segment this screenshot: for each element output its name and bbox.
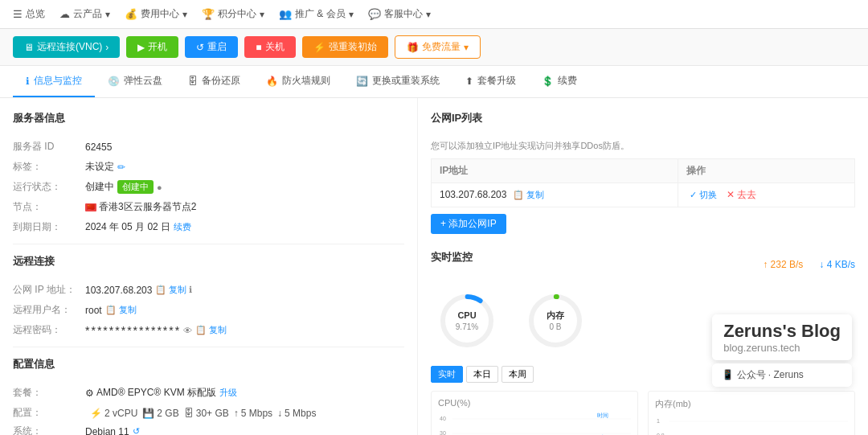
remote-pwd-label: 远程密码： bbox=[13, 323, 85, 337]
expire-label: 到期日期： bbox=[13, 220, 85, 234]
nav-billing[interactable]: 💰 费用中心 ▾ bbox=[125, 7, 187, 21]
nav-overview[interactable]: ☰ 总览 bbox=[13, 7, 45, 21]
tab-elastic-disk[interactable]: 💿 弹性云盘 bbox=[95, 66, 175, 97]
svg-text:9.71%: 9.71% bbox=[456, 322, 478, 331]
nav-cloud[interactable]: ☁ 云产品 ▾ bbox=[59, 7, 110, 21]
copy-ip-table-button[interactable]: 📋 复制 bbox=[513, 190, 544, 199]
charts-grid: CPU(%) 40 30 20 bbox=[431, 391, 855, 435]
svg-point-0 bbox=[443, 297, 491, 345]
svg-text:内存: 内存 bbox=[547, 310, 564, 320]
action-bar: 🖥 远程连接(VNC) › ▶ 开机 ↺ 重启 ■ 关机 ⚡ 强重装初始 🎁 免… bbox=[0, 29, 868, 66]
divider-1 bbox=[13, 244, 404, 244]
pkg-icon: ⚙ bbox=[85, 388, 94, 399]
nav-referral[interactable]: 👥 推广 & 会员 ▾ bbox=[279, 7, 354, 21]
public-ip-section: 公网IP列表 您可以添加独立IP地址实现访问并独享DDos防盾。 IP地址 操作… bbox=[431, 111, 855, 234]
copy-user-button[interactable]: 📋 复制 bbox=[105, 304, 137, 316]
gift-icon: 🎁 bbox=[407, 42, 419, 53]
disk-icon: 💿 bbox=[108, 76, 120, 87]
hk-flag: 🇨🇳 bbox=[85, 203, 96, 211]
download-speed: ↓ 4 KB/s bbox=[819, 259, 855, 270]
server-id-label: 服务器 ID bbox=[13, 140, 85, 154]
memory-chart-area: 1 0.8 0.6 0.2 18:15 18:20 18:25 bbox=[655, 413, 848, 435]
switch-ip-button[interactable]: ✓ 切换 bbox=[690, 190, 717, 199]
watermark: Zeruns's Blog blog.zeruns.tech 📱 公众号 · Z… bbox=[712, 314, 852, 387]
upload-arrow-icon: ↑ bbox=[763, 259, 770, 270]
ram-icon: 💾 bbox=[142, 408, 154, 419]
tab-info-monitor[interactable]: ℹ 信息与监控 bbox=[13, 66, 95, 97]
daily-button[interactable]: 本日 bbox=[466, 366, 498, 383]
expire-value: 2024 年 05 月 02 日 bbox=[85, 220, 170, 234]
reset-button[interactable]: ⚡ 强重装初始 bbox=[302, 36, 388, 58]
system-row: 系统： Debian 11 ↺ bbox=[13, 425, 404, 435]
refresh-icon[interactable]: ↺ bbox=[133, 426, 140, 435]
add-ip-button[interactable]: + 添加公网IP bbox=[431, 214, 506, 234]
tab-firewall[interactable]: 🔥 防火墙规则 bbox=[253, 66, 343, 97]
copy-ip-button[interactable]: 📋 复制 bbox=[155, 284, 186, 296]
config-label-spacer: 配置： bbox=[13, 406, 85, 420]
status-badge: 创建中 bbox=[117, 180, 154, 194]
stop-icon: ■ bbox=[256, 42, 261, 53]
reinstall-icon: 🔄 bbox=[356, 76, 368, 87]
support-icon: 💬 bbox=[368, 8, 381, 20]
tab-upgrade[interactable]: ⬆ 套餐升级 bbox=[452, 66, 529, 97]
ip-table: IP地址 操作 103.207.68.203 📋 复制 ✓ 切换 ✕ 去去 bbox=[431, 158, 855, 207]
weekly-button[interactable]: 本周 bbox=[502, 366, 534, 383]
upload-icon: ↑ bbox=[234, 408, 239, 419]
node-row: 节点： 🇨🇳 香港3区云服务器节点2 bbox=[13, 200, 404, 214]
download-spec: ↓ 5 Mbps bbox=[277, 408, 316, 419]
cpu-chart-area: 40 30 20 10 bbox=[438, 411, 631, 435]
server-id-value: 62455 bbox=[85, 142, 112, 153]
remote-ip-value: 103.207.68.203 bbox=[85, 285, 152, 296]
tab-reinstall[interactable]: 🔄 更换或重装系统 bbox=[343, 66, 452, 97]
pkg-row: 套餐： ⚙ AMD® EPYC® KVM 标配版 升级 bbox=[13, 386, 404, 400]
watermark-qr: 📱 公众号 · Zeruns bbox=[712, 363, 852, 387]
restart-icon: ↺ bbox=[196, 42, 204, 53]
referral-icon: 👥 bbox=[279, 8, 292, 20]
backup-icon: 🗄 bbox=[188, 76, 198, 87]
remote-section-title: 远程连接 bbox=[13, 254, 404, 273]
delete-ip-button[interactable]: ✕ 去去 bbox=[727, 189, 756, 200]
cpu-icon: ⚡ bbox=[90, 408, 102, 419]
download-arrow-icon: ↓ bbox=[819, 259, 826, 270]
restart-button[interactable]: ↺ 重启 bbox=[185, 36, 238, 58]
download-icon: ↓ bbox=[277, 408, 282, 419]
svg-text:40: 40 bbox=[440, 416, 446, 421]
play-icon: ▶ bbox=[137, 42, 145, 53]
points-icon: 🏆 bbox=[202, 8, 215, 20]
ip-col-header: IP地址 bbox=[432, 159, 678, 183]
cpu-chart-title: CPU(%) bbox=[438, 398, 631, 408]
config-specs-row: 配置： ⚡ 2 vCPU 💾 2 GB 🗄 30+ GB ↑ 5 Mbps ↓ … bbox=[13, 406, 404, 420]
tab-renew[interactable]: 💲 续费 bbox=[529, 66, 590, 97]
upgrade-icon: ⬆ bbox=[465, 76, 473, 87]
realtime-button[interactable]: 实时 bbox=[431, 366, 463, 383]
monitor-icon: 🖥 bbox=[24, 42, 34, 53]
stop-button[interactable]: ■ 关机 bbox=[244, 36, 295, 58]
remote-user-label: 远程用户名： bbox=[13, 303, 85, 317]
nav-support[interactable]: 💬 客服中心 ▾ bbox=[368, 7, 431, 21]
ip-address-value: 103.207.68.203 bbox=[440, 189, 506, 200]
renew-link[interactable]: 续费 bbox=[174, 221, 191, 233]
edit-label-button[interactable]: ✏ bbox=[117, 162, 125, 173]
free-traffic-button[interactable]: 🎁 免费流量 ▾ bbox=[395, 35, 481, 59]
server-label-row: 标签： 未设定 ✏ bbox=[13, 160, 404, 174]
upgrade-link[interactable]: 升级 bbox=[219, 387, 237, 399]
ram-spec: 💾 2 GB bbox=[142, 408, 178, 419]
upload-speed: ↑ 232 B/s bbox=[763, 259, 803, 270]
disk-spec-icon: 🗄 bbox=[184, 408, 194, 419]
tab-backup[interactable]: 🗄 备份还原 bbox=[175, 66, 253, 97]
pwd-eye-icon[interactable]: 👁 bbox=[183, 326, 192, 335]
svg-text:CPU: CPU bbox=[457, 310, 476, 320]
node-label: 节点： bbox=[13, 200, 85, 214]
nav-points[interactable]: 🏆 积分中心 ▾ bbox=[202, 7, 264, 21]
cloud-icon: ☁ bbox=[59, 8, 70, 20]
public-ip-description: 您可以添加独立IP地址实现访问并独享DDos防盾。 bbox=[431, 140, 855, 152]
monitor-header: 实时监控 ↑ 232 B/s ↓ 4 KB/s bbox=[431, 250, 855, 279]
status-dot: ● bbox=[157, 183, 162, 192]
remote-user-value: root bbox=[85, 305, 102, 316]
copy-pwd-button[interactable]: 📋 复制 bbox=[195, 324, 227, 336]
svg-text:30: 30 bbox=[440, 430, 446, 435]
vnc-button[interactable]: 🖥 远程连接(VNC) › bbox=[13, 36, 120, 58]
start-button[interactable]: ▶ 开机 bbox=[126, 36, 178, 58]
flash-icon: ⚡ bbox=[313, 42, 326, 53]
remote-ip-row: 公网 IP 地址： 103.207.68.203 📋 复制 ℹ bbox=[13, 283, 404, 297]
